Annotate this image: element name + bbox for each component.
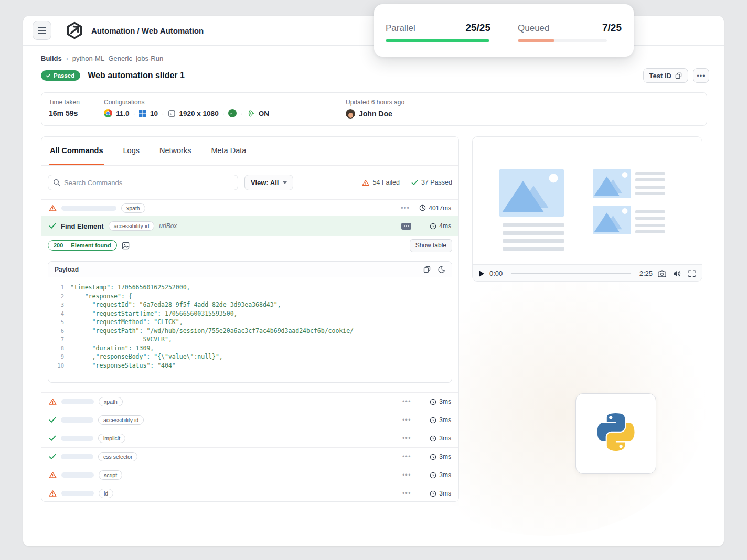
page-title: Automation / Web Automation — [91, 26, 204, 35]
seek-bar[interactable] — [511, 273, 631, 274]
warning-icon — [49, 490, 57, 497]
queued-progress-bar — [518, 39, 607, 42]
row-more-button[interactable]: ••• — [402, 490, 411, 497]
command-row[interactable]: script •••3ms — [41, 466, 458, 484]
payload-title: Payload — [55, 266, 79, 273]
parallel-value: 25/25 — [465, 22, 490, 34]
clock-icon — [430, 490, 436, 497]
search-input[interactable] — [64, 179, 233, 187]
volume-icon[interactable] — [673, 270, 681, 277]
copy-icon — [675, 72, 682, 79]
status-badge: Passed — [41, 70, 80, 81]
locator-badge: css selector — [98, 452, 137, 461]
skeleton-text — [61, 436, 93, 441]
app-logo[interactable] — [65, 21, 84, 40]
row-more-button[interactable]: ••• — [402, 453, 411, 460]
resolution-value: 1920 x 1080 — [179, 110, 219, 117]
video-frame[interactable] — [473, 137, 702, 264]
breadcrumb-builds-link[interactable]: Builds — [41, 55, 62, 62]
row-more-button[interactable]: ••• — [402, 471, 411, 479]
row-more-button[interactable]: ••• — [401, 204, 410, 212]
breadcrumb-current: python-ML_Generic_jobs-Run — [72, 55, 163, 62]
clock-icon — [430, 435, 436, 442]
command-row[interactable]: xpath •••3ms — [41, 392, 458, 411]
check-icon — [46, 73, 51, 78]
commands-toolbar: View: All 54 Failed 37 Passed — [41, 166, 458, 199]
command-name: Find Element — [61, 222, 104, 230]
command-row[interactable]: id •••3ms — [41, 484, 458, 502]
parallel-progress-bar — [386, 39, 489, 42]
skeleton-text — [61, 454, 93, 459]
skeleton-text — [61, 417, 93, 423]
row-more-button[interactable]: ••• — [402, 416, 411, 424]
clock-icon — [430, 399, 436, 405]
tab-bar: All Commands Logs Networks Meta Data — [41, 137, 458, 166]
time-taken-value: 16m 59s — [49, 109, 104, 117]
skeleton-text — [61, 491, 94, 496]
queued-value: 7/25 — [602, 22, 622, 34]
locator-badge: xpath — [99, 397, 123, 406]
python-logo-icon — [595, 413, 637, 455]
skeleton-text — [635, 217, 665, 220]
language-card-python[interactable] — [575, 393, 656, 474]
test-title-row: Passed Web automation slider 1 Test ID •… — [41, 68, 709, 83]
check-icon — [49, 435, 56, 441]
command-row[interactable]: implicit •••3ms — [41, 429, 458, 447]
time-taken-label: Time taken — [49, 99, 104, 106]
breadcrumb-separator: › — [66, 55, 68, 62]
command-row[interactable]: css selector •••3ms — [41, 447, 458, 466]
find-element-row[interactable]: Find Element accessibility-id urlBox 4ms — [41, 216, 458, 236]
skeleton-text — [503, 231, 564, 235]
skeleton-text — [503, 239, 564, 243]
command-row[interactable]: xpath ••• 4017ms — [41, 199, 458, 216]
updated-label: Updated 6 hours ago — [346, 99, 404, 106]
skeleton-text — [635, 224, 665, 227]
tab-logs[interactable]: Logs — [122, 137, 141, 165]
test-id-button[interactable]: Test ID — [643, 68, 688, 83]
skeleton-text — [635, 186, 665, 189]
payload-code[interactable]: 1"timestamp": 1705665601625252000, 2 "re… — [48, 277, 452, 375]
locator-badge: implicit — [98, 434, 125, 443]
row-more-button[interactable]: ••• — [402, 435, 411, 442]
placeholder-image-small — [593, 206, 631, 234]
placeholder-image-large — [499, 169, 564, 217]
warning-icon — [49, 204, 57, 212]
camera-screenshot-icon[interactable] — [658, 270, 666, 277]
tab-all-commands[interactable]: All Commands — [49, 137, 104, 165]
placeholder-image-small — [593, 169, 631, 198]
locator-badge: xpath — [121, 203, 145, 213]
locator-value: urlBox — [159, 222, 177, 230]
show-table-button[interactable]: Show table — [410, 239, 452, 252]
queued-label: Queued — [518, 23, 550, 34]
main-card: Automation / Web Automation Builds › pyt… — [23, 16, 724, 546]
parallel-label: Parallel — [386, 23, 415, 34]
clock-icon — [430, 454, 436, 460]
view-filter-dropdown[interactable]: View: All — [244, 175, 293, 190]
row-more-button[interactable]: ••• — [402, 398, 411, 405]
commands-panel: All Commands Logs Networks Meta Data Vie… — [41, 136, 459, 502]
browser-version: 11.0 — [116, 110, 130, 117]
row-actions-button[interactable] — [401, 223, 411, 230]
locator-badge: accessibility-id — [109, 221, 155, 231]
skeleton-text — [503, 247, 564, 251]
more-options-button[interactable]: ••• — [693, 68, 709, 83]
breadcrumb: Builds › python-ML_Generic_jobs-Run — [41, 55, 163, 62]
copy-icon[interactable] — [423, 266, 431, 273]
hamburger-menu-button[interactable] — [33, 21, 51, 40]
resolution-icon — [168, 110, 176, 117]
fullscreen-icon[interactable] — [688, 270, 696, 277]
clock-icon — [430, 417, 436, 424]
warning-icon — [49, 398, 57, 405]
selenium-icon — [228, 109, 237, 117]
dark-mode-moon-icon[interactable] — [438, 266, 445, 273]
play-button[interactable] — [479, 271, 484, 277]
search-box[interactable] — [48, 175, 238, 190]
skeleton-text — [61, 206, 116, 211]
skeleton-text — [635, 230, 665, 233]
tab-meta-data[interactable]: Meta Data — [210, 137, 247, 165]
tab-networks[interactable]: Networks — [158, 137, 192, 165]
skeleton-text — [503, 223, 564, 227]
command-row[interactable]: accessibility id •••3ms — [41, 411, 458, 429]
current-time: 0:00 — [489, 270, 503, 277]
screenshot-image-icon[interactable] — [122, 242, 130, 250]
